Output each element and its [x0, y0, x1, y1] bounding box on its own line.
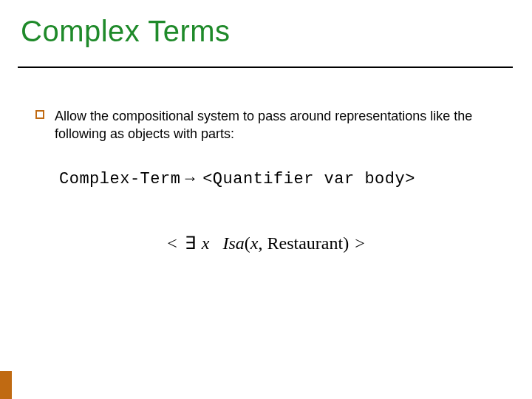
grammar-rhs: <Quantifier var body> [202, 170, 415, 188]
square-bullet-icon [35, 110, 44, 119]
title-underline [18, 66, 513, 68]
formula-space [214, 233, 219, 253]
formula-pred: Isa [223, 233, 245, 253]
angle-close: > [355, 233, 365, 253]
bullet-text: Allow the compositional system to pass a… [55, 107, 494, 143]
formula-lparen: ( [245, 233, 250, 253]
accent-bar [0, 371, 12, 399]
example-formula: < ∃ x Isa(x, Restaurant) > [0, 233, 532, 253]
formula-arg1: x [250, 233, 259, 253]
slide: Complex Terms Allow the compositional sy… [0, 0, 532, 399]
body-area: Allow the compositional system to pass a… [35, 107, 494, 143]
exists-symbol-icon: ∃ [185, 233, 196, 253]
grammar-rule: Complex-Term→<Quantifier var body> [59, 170, 415, 188]
angle-open: < [167, 233, 177, 253]
grammar-lhs: Complex-Term [59, 170, 180, 188]
formula-arg2: Restaurant [267, 233, 344, 253]
slide-title: Complex Terms [21, 15, 231, 48]
bullet-item: Allow the compositional system to pass a… [35, 107, 494, 143]
formula-var: x [202, 233, 210, 253]
grammar-arrow-icon: → [185, 170, 195, 188]
formula-rparen: ) [343, 233, 349, 253]
